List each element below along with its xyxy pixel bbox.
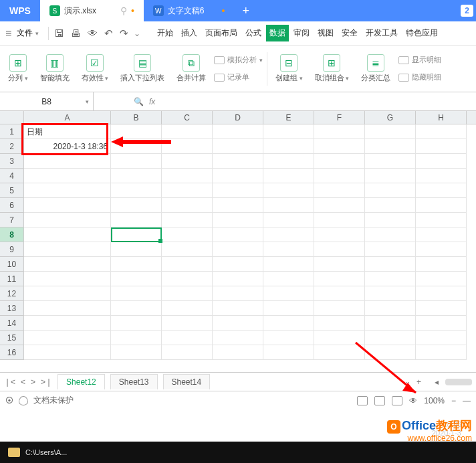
cell[interactable] (263, 242, 314, 257)
cell[interactable] (314, 154, 365, 169)
hide-detail-button[interactable]: 隐藏明细 (398, 70, 441, 85)
cell[interactable] (111, 213, 162, 227)
cell[interactable] (263, 331, 314, 345)
cell[interactable] (24, 198, 111, 213)
qat-expand-icon[interactable]: ⌄ (134, 29, 140, 38)
normal-view-icon[interactable] (357, 396, 368, 405)
cell[interactable] (263, 183, 314, 198)
col-header-E[interactable]: E (263, 111, 314, 124)
cell[interactable] (213, 272, 263, 286)
tab-formula[interactable]: 公式 (242, 25, 265, 41)
cell[interactable] (314, 286, 365, 301)
cell[interactable] (213, 169, 263, 183)
cell[interactable] (162, 183, 213, 198)
cell[interactable] (263, 316, 314, 331)
cell[interactable] (213, 154, 263, 169)
cell[interactable] (24, 345, 111, 360)
name-box[interactable]: B8▾ (0, 92, 94, 110)
tab-view[interactable]: 视图 (314, 25, 337, 41)
file-menu[interactable]: 文件▾ (13, 25, 43, 41)
cell[interactable] (416, 331, 467, 345)
form-button[interactable]: 记录单 (214, 70, 263, 85)
settings-icon[interactable]: ⦿ (5, 396, 13, 405)
cell[interactable] (365, 183, 416, 198)
cell[interactable] (213, 345, 263, 360)
save-icon[interactable]: 🖫 (54, 27, 64, 39)
new-sheet-button[interactable]: + (416, 377, 421, 387)
sheet-nav-prev[interactable]: < (21, 377, 25, 387)
cell[interactable] (416, 286, 467, 301)
fx-icon[interactable]: fx (149, 97, 155, 106)
col-header-B[interactable]: B (111, 111, 162, 124)
cell[interactable] (416, 154, 467, 169)
cell[interactable] (263, 257, 314, 272)
cell[interactable] (416, 242, 467, 257)
cell[interactable] (24, 242, 111, 257)
split-view-icon[interactable] (392, 396, 402, 405)
text-to-columns-button[interactable]: ⊞分列 (4, 53, 32, 84)
cell[interactable] (24, 272, 111, 286)
hamburger-icon[interactable]: ≡ (5, 27, 11, 39)
dropdown-list-button[interactable]: ▤插入下拉列表 (116, 53, 168, 84)
cell[interactable] (365, 257, 416, 272)
cell[interactable] (24, 301, 111, 316)
cell[interactable] (162, 198, 213, 213)
cell[interactable] (416, 169, 467, 183)
cell[interactable] (263, 124, 314, 139)
zoom-slider[interactable]: — (463, 396, 471, 405)
horizontal-scrollbar[interactable] (445, 379, 472, 385)
cell[interactable] (213, 257, 263, 272)
sheet-nav-last[interactable]: >❘ (41, 377, 52, 387)
cell[interactable] (162, 213, 213, 227)
col-header-D[interactable]: D (213, 111, 263, 124)
row-header[interactable]: 8 (0, 227, 24, 242)
cell[interactable] (111, 169, 162, 183)
redo-icon[interactable]: ↷ (120, 27, 128, 39)
row-header[interactable]: 11 (0, 272, 24, 286)
formula-bar[interactable]: 🔍 fx (94, 97, 476, 106)
col-header-H[interactable]: H (416, 111, 467, 124)
cell[interactable] (213, 286, 263, 301)
cell[interactable] (162, 331, 213, 345)
cell[interactable] (314, 272, 365, 286)
row-header[interactable]: 14 (0, 316, 24, 331)
cell[interactable] (314, 183, 365, 198)
col-header-C[interactable]: C (162, 111, 213, 124)
cell[interactable] (365, 139, 416, 154)
cell[interactable]: 日期 (24, 124, 111, 139)
row-header[interactable]: 4 (0, 169, 24, 183)
cell[interactable] (365, 242, 416, 257)
cell[interactable] (365, 331, 416, 345)
validation-button[interactable]: ☑有效性 (78, 53, 113, 84)
cell[interactable] (111, 316, 162, 331)
zoom-level[interactable]: 100% (424, 396, 445, 405)
document-tab-xlsx[interactable]: S 演示.xlsx ⚲ • (40, 0, 144, 21)
cell[interactable] (314, 242, 365, 257)
cell[interactable] (314, 213, 365, 227)
row-header[interactable]: 1 (0, 124, 24, 139)
cell[interactable] (365, 124, 416, 139)
cell[interactable] (111, 331, 162, 345)
cell[interactable] (111, 301, 162, 316)
cell[interactable] (213, 183, 263, 198)
sheet-more-icon[interactable]: ··· (403, 377, 410, 387)
cell[interactable] (263, 213, 314, 227)
notification-badge[interactable]: 2 (461, 5, 473, 17)
eye-icon[interactable]: 👁 (409, 396, 417, 405)
cell[interactable] (24, 331, 111, 345)
show-detail-button[interactable]: 显示明细 (398, 53, 441, 68)
sheet-tab[interactable]: Sheet14 (163, 374, 211, 389)
cell[interactable] (365, 198, 416, 213)
cell[interactable] (416, 139, 467, 154)
cell[interactable] (24, 257, 111, 272)
cell[interactable] (24, 316, 111, 331)
folder-icon[interactable] (8, 448, 20, 457)
tab-insert[interactable]: 插入 (178, 25, 201, 41)
cell[interactable] (24, 213, 111, 227)
zoom-out-icon[interactable]: − (451, 396, 456, 405)
cell[interactable] (162, 286, 213, 301)
ungroup-button[interactable]: ⊞取消组合 (311, 53, 354, 84)
cell[interactable] (416, 198, 467, 213)
cell[interactable] (111, 345, 162, 360)
scrollbar-left-icon[interactable]: ◂ (435, 377, 439, 387)
